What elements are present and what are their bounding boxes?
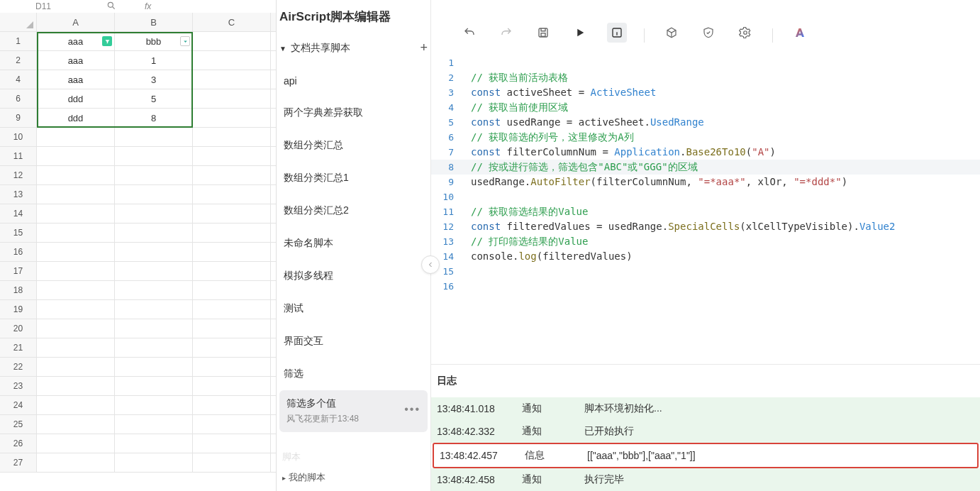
row-header[interactable]: 27 (0, 453, 37, 472)
row-header[interactable]: 6 (0, 89, 37, 108)
cell[interactable] (193, 70, 271, 89)
save-button[interactable] (533, 23, 553, 43)
cell[interactable] (193, 262, 271, 280)
script-item[interactable]: 界面交互 (277, 325, 430, 358)
code-line[interactable]: 11// 获取筛选结果的Value (431, 204, 980, 219)
script-item[interactable]: 两个字典差异获取 (277, 96, 430, 129)
cell[interactable] (193, 51, 271, 70)
tree-section-header[interactable]: ▼ 文档共享脚本 + (277, 40, 430, 65)
cell[interactable] (37, 338, 115, 357)
cell[interactable] (193, 281, 271, 299)
log-row[interactable]: 13:48:42.457信息[["aaa","bbb"],["aaa","1"]… (433, 443, 979, 468)
script-item[interactable]: 筛选多个值风飞花更新于13:48••• (279, 390, 428, 432)
filter-dropdown-icon[interactable] (180, 36, 190, 46)
code-line[interactable]: 3const activeSheet = ActiveSheet (431, 85, 980, 100)
row-header[interactable]: 14 (0, 204, 37, 223)
cell[interactable] (193, 434, 271, 453)
cell[interactable] (115, 415, 193, 434)
row-header[interactable]: 13 (0, 185, 37, 204)
code-editor[interactable]: 12// 获取当前活动表格3const activeSheet = Active… (431, 51, 980, 364)
cell[interactable] (193, 396, 271, 414)
cell[interactable] (37, 204, 115, 223)
cell[interactable]: ddd (37, 109, 115, 127)
cell[interactable] (115, 453, 193, 472)
cell[interactable] (37, 281, 115, 299)
cell[interactable] (115, 185, 193, 204)
fx-label[interactable]: fx (145, 1, 151, 11)
tree-footer[interactable]: ▸我的脚本 (277, 463, 430, 491)
row-header[interactable]: 24 (0, 396, 37, 414)
cell[interactable] (193, 147, 271, 165)
cell[interactable] (37, 377, 115, 395)
cell[interactable] (193, 32, 271, 50)
cell[interactable] (37, 224, 115, 242)
cell[interactable] (37, 358, 115, 376)
log-row[interactable]: 13:48:42.458通知执行完毕 (431, 468, 980, 491)
cell[interactable] (193, 224, 271, 242)
package-button[interactable] (662, 23, 681, 43)
cell[interactable] (37, 185, 115, 204)
cell[interactable] (37, 147, 115, 165)
cell[interactable] (193, 338, 271, 357)
cell[interactable] (193, 300, 271, 319)
column-header[interactable]: A (37, 13, 115, 31)
row-header[interactable]: 9 (0, 109, 37, 127)
redo-button[interactable] (496, 23, 516, 43)
cell[interactable] (37, 166, 115, 184)
run-button[interactable] (570, 23, 590, 43)
log-row[interactable]: 13:48:42.332通知已开始执行 (431, 420, 980, 443)
row-header[interactable]: 17 (0, 262, 37, 280)
collapse-tree-button[interactable] (421, 255, 440, 274)
row-header[interactable]: 25 (0, 415, 37, 434)
code-line[interactable]: 13// 打印筛选结果的Value (431, 234, 980, 249)
more-icon[interactable]: ••• (404, 403, 421, 416)
cell[interactable] (115, 396, 193, 414)
cell[interactable]: aaa (37, 70, 115, 89)
search-icon[interactable] (106, 1, 116, 13)
script-item-truncated[interactable]: 脚本 (277, 446, 430, 463)
cell[interactable] (115, 166, 193, 184)
cell[interactable]: 5 (115, 89, 193, 108)
settings-button[interactable] (735, 23, 755, 43)
cell[interactable]: aaa (37, 51, 115, 70)
cell[interactable] (193, 166, 271, 184)
cell[interactable] (115, 319, 193, 338)
ai-button[interactable] (790, 23, 810, 43)
code-line[interactable]: 7const filterColumnNum = Application.Bas… (431, 145, 980, 160)
cell[interactable]: ddd (37, 89, 115, 108)
row-header[interactable]: 2 (0, 51, 37, 70)
cell[interactable]: 1 (115, 51, 193, 70)
row-header[interactable]: 18 (0, 281, 37, 299)
cell[interactable] (193, 128, 271, 146)
cell[interactable] (37, 262, 115, 280)
row-header[interactable]: 12 (0, 166, 37, 184)
cell[interactable] (193, 89, 271, 108)
cell[interactable]: bbb (115, 32, 193, 50)
column-header[interactable]: B (115, 13, 193, 31)
shield-button[interactable] (698, 23, 718, 43)
cell[interactable] (115, 204, 193, 223)
code-line[interactable]: 6// 获取筛选的列号，这里修改为A列 (431, 130, 980, 145)
add-script-button[interactable]: + (420, 40, 428, 55)
cell[interactable]: aaa (37, 32, 115, 50)
cell[interactable] (37, 453, 115, 472)
cell[interactable]: 8 (115, 109, 193, 127)
info-button[interactable] (607, 23, 627, 43)
row-header[interactable]: 4 (0, 70, 37, 89)
cell[interactable] (115, 377, 193, 395)
code-line[interactable]: 10 (431, 189, 980, 204)
cell[interactable] (37, 319, 115, 338)
row-header[interactable]: 19 (0, 300, 37, 319)
row-header[interactable]: 15 (0, 224, 37, 242)
cell[interactable] (37, 243, 115, 261)
cell[interactable] (115, 128, 193, 146)
code-line[interactable]: 9usedRange.AutoFilter(filterColumnNum, "… (431, 175, 980, 189)
cell[interactable] (193, 377, 271, 395)
cell[interactable] (193, 415, 271, 434)
cell[interactable] (193, 453, 271, 472)
cell-reference[interactable]: D11 (35, 1, 78, 11)
cell[interactable] (115, 300, 193, 319)
cell[interactable] (37, 128, 115, 146)
cell[interactable] (115, 147, 193, 165)
row-header[interactable]: 20 (0, 319, 37, 338)
